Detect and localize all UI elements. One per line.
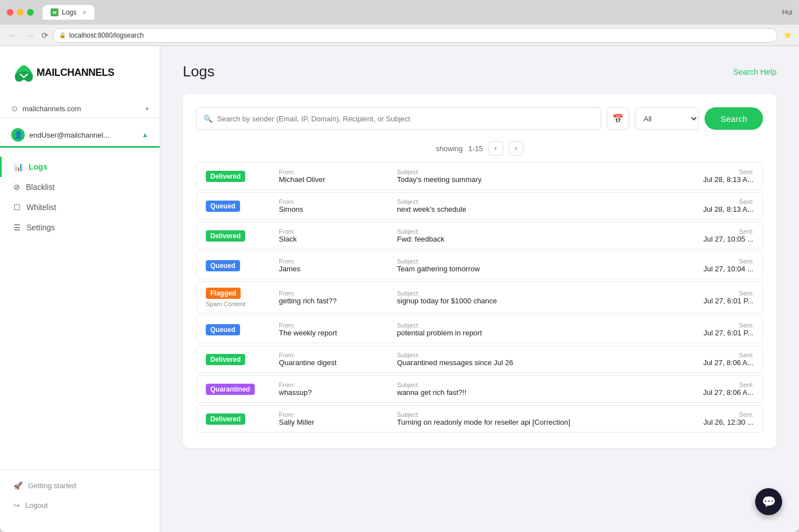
sidebar-item-logs[interactable]: 📊 Logs: [0, 157, 160, 177]
settings-icon: ☰: [13, 223, 21, 232]
filter-select[interactable]: All Delivered Queued Flagged Quarantined: [635, 107, 699, 130]
sidebar-blacklist-label: Blacklist: [26, 183, 55, 192]
showing-label: showing: [436, 144, 463, 153]
prev-page-button[interactable]: ‹: [489, 141, 503, 156]
from-column: From: getting rich fast??: [279, 290, 391, 305]
refresh-button[interactable]: ⟳: [42, 31, 48, 40]
log-entry[interactable]: Flagged Spam Content From: getting rich …: [196, 281, 763, 313]
status-badge: Delivered: [206, 171, 245, 182]
status-column: Delivered: [206, 230, 273, 242]
from-label: From:: [279, 381, 391, 388]
subject-label: Subject:: [397, 228, 658, 235]
sidebar-item-getting-started[interactable]: 🚀 Getting started: [0, 476, 160, 495]
sidebar-user-selector[interactable]: 👤 endUser@mailchannel... ▲: [0, 124, 160, 148]
search-help-link[interactable]: Search Help: [733, 67, 777, 76]
subject-label: Subject:: [397, 322, 658, 329]
from-name: Michael Oliver: [279, 175, 391, 184]
sent-time: Jul 27, 10:05 ...: [663, 235, 753, 243]
from-label: From:: [279, 228, 391, 235]
sidebar-item-settings[interactable]: ☰ Settings: [0, 217, 160, 238]
from-name: The weekly report: [279, 329, 391, 337]
logs-icon: 📊: [13, 162, 23, 171]
sent-column: Sent: Jul 27, 6:01 P...: [663, 290, 753, 305]
subject-label: Subject:: [397, 352, 658, 358]
app-container: MAILCHANNELS ⊙ mailchannels.com ▾ 👤 endU…: [0, 46, 799, 532]
from-label: From:: [279, 198, 391, 205]
search-input-wrapper[interactable]: 🔍: [196, 107, 601, 130]
from-column: From: Sally Miller: [279, 411, 391, 426]
domain-caret-icon: ▾: [146, 106, 148, 112]
getting-started-icon: 🚀: [13, 481, 22, 490]
subject-column: Subject: next week's schedule: [397, 198, 658, 213]
sidebar: MAILCHANNELS ⊙ mailchannels.com ▾ 👤 endU…: [0, 46, 160, 532]
page-title: Logs: [183, 63, 214, 80]
sent-time: Jul 28, 8:13 A...: [663, 205, 753, 213]
sent-column: Sent: Jul 27, 8:06 A...: [663, 352, 753, 367]
back-button[interactable]: ←: [6, 29, 19, 42]
browser-titlebar: M Logs ✕ Hui: [0, 0, 799, 25]
log-entry[interactable]: Quarantined From: whassup? Subject: wann…: [196, 375, 763, 403]
log-entry[interactable]: Queued From: The weekly report Subject: …: [196, 316, 763, 343]
subject-label: Subject:: [397, 169, 658, 175]
sidebar-item-whitelist[interactable]: ☐ Whitelist: [0, 197, 160, 217]
from-name: whassup?: [279, 388, 391, 397]
next-page-button[interactable]: ›: [509, 141, 523, 156]
close-traffic-light[interactable]: [7, 9, 13, 16]
status-column: Queued: [206, 324, 273, 335]
log-entry[interactable]: Delivered From: Sally Miller Subject: Tu…: [196, 405, 763, 433]
log-entry[interactable]: Delivered From: Quarantine digest Subjec…: [196, 345, 763, 373]
from-column: From: whassup?: [279, 381, 391, 397]
sent-column: Sent: Jul 27, 10:05 ...: [663, 228, 753, 243]
from-label: From:: [279, 169, 391, 175]
status-column: Queued: [206, 201, 273, 212]
search-button[interactable]: Search: [705, 107, 763, 130]
subject-text: Fwd: feedback: [397, 235, 658, 243]
toolbar-icons: ⭐: [782, 30, 793, 41]
log-entry[interactable]: Delivered From: Michael Oliver Subject: …: [196, 162, 763, 190]
subject-text: Today's meeting summary: [397, 175, 658, 184]
tab-favicon: M: [51, 8, 58, 16]
tab-close-button[interactable]: ✕: [82, 10, 87, 16]
log-entry[interactable]: Delivered From: Slack Subject: Fwd: feed…: [196, 222, 763, 249]
extensions-icon[interactable]: ⭐: [782, 30, 793, 41]
sent-column: Sent: Jul 28, 8:13 A...: [663, 169, 753, 184]
lock-icon: 🔒: [59, 32, 66, 38]
browser-tab[interactable]: M Logs ✕: [43, 5, 94, 20]
subject-label: Subject:: [397, 411, 658, 418]
sent-time: Jul 27, 8:06 A...: [663, 388, 753, 397]
from-column: From: Simons: [279, 198, 391, 213]
sidebar-domain-selector[interactable]: ⊙ mailchannels.com ▾: [0, 99, 160, 118]
subject-text: potential problem in report: [397, 329, 658, 337]
sidebar-item-blacklist[interactable]: ⊘ Blacklist: [0, 177, 160, 197]
minimize-traffic-light[interactable]: [17, 9, 24, 16]
sidebar-logs-label: Logs: [29, 162, 47, 171]
from-label: From:: [279, 322, 391, 329]
log-entry[interactable]: Queued From: Simons Subject: next week's…: [196, 192, 763, 220]
calendar-button[interactable]: 📅: [607, 107, 629, 130]
address-bar[interactable]: 🔒 localhost:8080/logsearch: [53, 28, 778, 43]
pagination: showing 1-15 ‹ ›: [196, 141, 763, 156]
forward-button[interactable]: →: [24, 29, 37, 42]
log-list: Delivered From: Michael Oliver Subject: …: [196, 162, 763, 433]
status-badge: Queued: [206, 260, 240, 271]
logout-label: Logout: [25, 501, 48, 510]
search-input[interactable]: [217, 115, 594, 123]
status-badge: Delivered: [206, 230, 245, 242]
status-column: Queued: [206, 260, 273, 271]
sent-label: Sent:: [663, 352, 753, 358]
maximize-traffic-light[interactable]: [27, 9, 34, 16]
sent-column: Sent: Jul 26, 12:30 ...: [663, 411, 753, 426]
chat-button[interactable]: 💬: [755, 488, 782, 515]
traffic-lights: [7, 9, 34, 16]
status-badge: Quarantined: [206, 384, 255, 395]
address-url: localhost:8080/logsearch: [69, 31, 144, 39]
log-entry[interactable]: Queued From: James Subject: Team gatheri…: [196, 252, 763, 279]
from-column: From: James: [279, 258, 391, 273]
sidebar-item-logout[interactable]: ↪ Logout: [0, 495, 160, 515]
status-column: Delivered: [206, 354, 273, 365]
page-header: Logs Search Help: [183, 63, 777, 80]
logo-text: MAILCHANNELS: [37, 67, 114, 79]
blacklist-icon: ⊘: [13, 183, 20, 192]
from-column: From: Slack: [279, 228, 391, 243]
subject-label: Subject:: [397, 381, 658, 388]
